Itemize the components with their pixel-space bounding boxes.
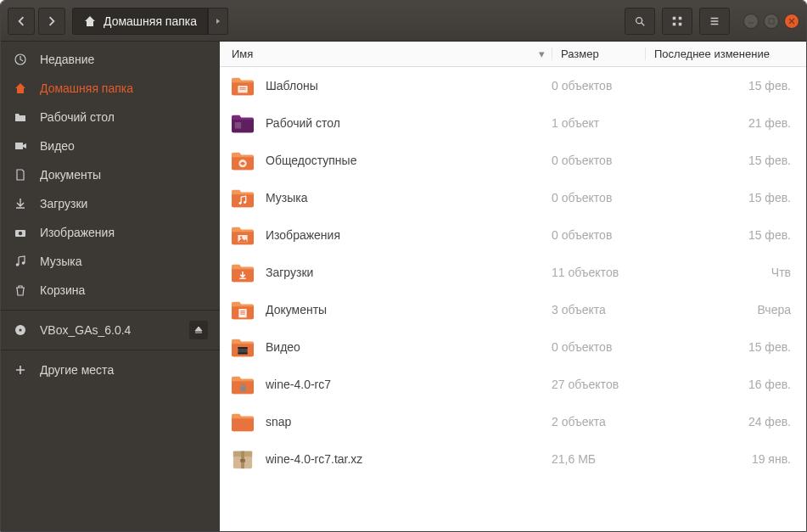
svg-rect-2: [673, 16, 676, 20]
download-icon: [13, 196, 28, 211]
column-headers: Имя ▾ Размер Последнее изменение: [220, 42, 806, 67]
svg-point-18: [22, 261, 25, 265]
file-modified: 19 янв.: [645, 452, 806, 466]
sidebar-item-documents[interactable]: Документы: [1, 160, 220, 189]
folder-locked-icon: [220, 373, 266, 395]
file-name: wine-4.0-rc7: [266, 378, 552, 391]
sidebar-item-mount[interactable]: VBox_GAs_6.0.4: [1, 316, 220, 344]
folder-desktop-icon: [220, 112, 266, 134]
column-header-size[interactable]: Размер: [552, 48, 645, 60]
file-row[interactable]: Рабочий стол1 объект21 фев.: [220, 104, 806, 142]
file-row[interactable]: wine-4.0-rc727 объектов16 фев.: [220, 366, 806, 403]
folder-templates-icon: [220, 75, 266, 97]
folder-pictures-icon: [220, 224, 266, 246]
eject-button[interactable]: [189, 321, 208, 339]
sidebar-item-label: Другие места: [40, 363, 208, 377]
breadcrumb-home[interactable]: Домашняя папка: [72, 8, 208, 35]
file-manager-window: Домашняя папка Недавние: [0, 0, 807, 532]
menu-button[interactable]: [699, 8, 730, 35]
file-modified: Чтв: [645, 266, 806, 279]
file-size: 21,6 МБ: [552, 452, 645, 466]
video-icon: [13, 138, 28, 154]
sidebar-item-label: Недавние: [40, 53, 208, 66]
file-size: 0 объектов: [552, 79, 645, 92]
folder-public-icon: [220, 149, 266, 171]
file-row[interactable]: Шаблоны0 объектов15 фев.: [220, 67, 806, 104]
file-modified: 15 фев.: [645, 191, 806, 204]
file-name: Общедоступные: [266, 154, 552, 167]
sidebar-separator: [1, 310, 220, 311]
file-row[interactable]: Изображения0 объектов15 фев.: [220, 216, 806, 254]
sidebar-item-desktop[interactable]: Рабочий стол: [1, 103, 220, 132]
music-icon: [13, 254, 28, 269]
file-name: Изображения: [266, 228, 552, 242]
file-size: 2 объекта: [552, 415, 645, 428]
sidebar-item-other[interactable]: Другие места: [1, 356, 220, 384]
eject-icon: [194, 326, 203, 334]
file-size: 0 объектов: [552, 340, 645, 354]
svg-point-27: [244, 201, 246, 204]
search-button[interactable]: [625, 8, 655, 35]
maximize-button[interactable]: [764, 14, 779, 29]
column-header-label: Имя: [232, 48, 253, 60]
svg-rect-37: [238, 353, 247, 355]
folder-documents-icon: [220, 299, 266, 321]
column-header-name[interactable]: Имя ▾: [220, 48, 552, 60]
file-name: Видео: [266, 340, 552, 354]
file-modified: 15 фев.: [645, 228, 806, 242]
file-row[interactable]: Видео0 объектов15 фев.: [220, 328, 806, 366]
sidebar-item-pictures[interactable]: Изображения: [1, 218, 220, 247]
plus-icon: [13, 362, 28, 378]
file-list[interactable]: Шаблоны0 объектов15 фев.Рабочий стол1 об…: [220, 67, 806, 531]
sidebar-item-downloads[interactable]: Загрузки: [1, 189, 220, 218]
back-button[interactable]: [8, 8, 35, 35]
sidebar-item-label: Загрузки: [40, 197, 208, 210]
file-modified: Вчера: [645, 303, 806, 316]
sidebar-item-trash[interactable]: Корзина: [1, 276, 220, 305]
file-row[interactable]: Общедоступные0 объектов15 фев.: [220, 142, 806, 179]
svg-point-0: [636, 17, 642, 23]
file-size: 11 объектов: [552, 266, 645, 279]
file-row[interactable]: snap2 объекта24 фев.: [220, 403, 806, 440]
maximize-icon: [768, 18, 775, 25]
svg-rect-33: [240, 312, 245, 313]
sidebar-item-home[interactable]: Домашняя папка: [1, 74, 220, 103]
titlebar: Домашняя папка: [1, 1, 806, 42]
svg-line-1: [642, 22, 645, 25]
hamburger-icon: [709, 15, 720, 27]
svg-rect-10: [769, 19, 774, 24]
breadcrumb-expand[interactable]: [208, 8, 228, 35]
minimize-button[interactable]: [743, 14, 759, 29]
sidebar-item-label: Корзина: [40, 283, 208, 297]
svg-rect-22: [239, 87, 245, 88]
close-button[interactable]: [784, 14, 799, 29]
file-size: 27 объектов: [552, 378, 645, 391]
svg-rect-31: [238, 309, 246, 317]
sidebar-item-label: Изображения: [40, 226, 208, 239]
file-row[interactable]: Музыка0 объектов15 фев.: [220, 179, 806, 216]
file-row[interactable]: Документы3 объектаВчера: [220, 291, 806, 328]
sidebar-item-label: Домашняя папка: [40, 81, 208, 95]
svg-rect-24: [235, 122, 241, 128]
file-modified: 16 фев.: [645, 378, 806, 391]
sort-indicator-icon: ▾: [539, 48, 545, 60]
sidebar-item-label: Видео: [40, 139, 208, 153]
sidebar-item-music[interactable]: Музыка: [1, 247, 220, 276]
forward-button[interactable]: [38, 8, 65, 35]
column-header-modified[interactable]: Последнее изменение: [645, 48, 806, 60]
file-name: Документы: [266, 303, 552, 316]
sidebar-item-recent[interactable]: Недавние: [1, 45, 220, 74]
file-row[interactable]: wine-4.0-rc7.tar.xz21,6 МБ19 янв.: [220, 440, 806, 478]
sidebar: Недавние Домашняя папка Рабочий стол Вид…: [1, 42, 220, 531]
svg-point-26: [238, 202, 241, 204]
sidebar-item-videos[interactable]: Видео: [1, 132, 220, 160]
camera-icon: [13, 225, 28, 240]
sidebar-separator: [1, 350, 220, 350]
svg-rect-14: [15, 143, 23, 149]
svg-rect-5: [679, 22, 682, 25]
file-size: 3 объекта: [552, 303, 645, 316]
file-row[interactable]: Загрузки11 объектовЧтв: [220, 254, 806, 291]
sidebar-item-label: Рабочий стол: [40, 110, 208, 124]
chevron-left-icon: [16, 16, 26, 26]
view-grid-button[interactable]: [662, 8, 692, 35]
